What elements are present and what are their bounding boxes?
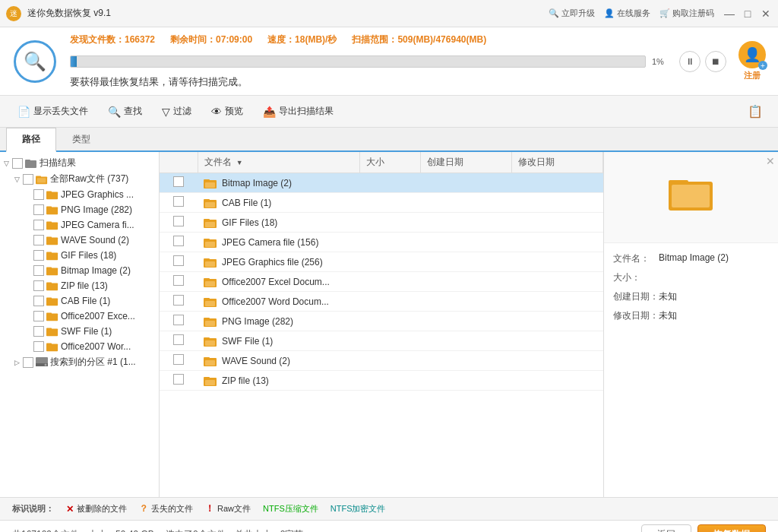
file-folder-icon: [204, 257, 217, 268]
tree-item-bitmap[interactable]: Bitmap Image (2): [0, 263, 159, 278]
tree-item-office-excel[interactable]: Office2007 Exce...: [0, 309, 159, 324]
find-btn[interactable]: 🔍 查找: [100, 100, 150, 122]
tree-checkbox[interactable]: [33, 296, 44, 306]
tree-checkbox[interactable]: [33, 280, 44, 291]
filter-btn[interactable]: ▽ 过滤: [153, 100, 200, 122]
legend-lost: ？ 丢失的文件: [139, 502, 193, 515]
row-checkbox-cell: [160, 371, 198, 391]
table-row[interactable]: JPEG Graphics file (256): [160, 252, 603, 272]
tree-item-office-word[interactable]: Office2007 Wor...: [0, 339, 159, 354]
tree-checkbox[interactable]: [33, 326, 44, 337]
legend-deleted: ✕ 被删除的文件: [66, 503, 127, 515]
table-row[interactable]: PNG Image (282): [160, 312, 603, 331]
back-btn[interactable]: 返回: [641, 524, 691, 532]
tree-checkbox[interactable]: [33, 220, 44, 230]
tree-item-cab[interactable]: CAB File (1): [0, 293, 159, 309]
tree-item-partition[interactable]: ▷ 搜索到的分区 #1 (1...: [0, 354, 159, 370]
tree-checkbox[interactable]: [33, 311, 44, 321]
tree-checkbox[interactable]: [12, 158, 23, 169]
close-btn[interactable]: ✕: [760, 8, 772, 20]
upgrade-btn[interactable]: 🔍 立即升级: [549, 8, 595, 19]
preview-btn[interactable]: 👁 预览: [203, 100, 251, 122]
tree-checkbox[interactable]: [23, 174, 33, 185]
row-checkbox[interactable]: [173, 354, 184, 365]
table-row[interactable]: ZIP file (13): [160, 371, 603, 391]
size-col-header[interactable]: 大小: [360, 152, 421, 173]
tab-path[interactable]: 路径: [6, 128, 56, 152]
table-row[interactable]: Office2007 Excel Docum...: [160, 272, 603, 292]
table-row[interactable]: JPEG Camera file (156): [160, 233, 603, 252]
tree-item-scan-results[interactable]: ▽ 扫描结果: [0, 155, 159, 171]
created-col-header[interactable]: 创建日期: [421, 152, 512, 173]
table-row[interactable]: SWF File (1): [160, 331, 603, 351]
filter-icon: ▽: [162, 106, 170, 118]
stats-area: 发现文件数：166372 剩余时间：07:09:00 速度：18(MB)/秒 扫…: [70, 33, 726, 89]
row-checkbox[interactable]: [173, 315, 184, 325]
register-area[interactable]: 👤 + 注册: [738, 41, 766, 81]
recover-btn[interactable]: 恢复数据: [697, 524, 766, 532]
tree-checkbox[interactable]: [33, 189, 44, 200]
table-row[interactable]: Bitmap Image (2): [160, 173, 603, 193]
minimize-btn[interactable]: —: [723, 8, 735, 20]
stop-btn[interactable]: ⏹: [705, 51, 726, 72]
table-row[interactable]: WAVE Sound (2): [160, 351, 603, 371]
row-size-cell: [360, 312, 421, 331]
tree-item-gif[interactable]: GIF Files (18): [0, 248, 159, 263]
tree-checkbox[interactable]: [33, 204, 44, 215]
row-checkbox[interactable]: [173, 216, 184, 226]
app-title: 迷你免数据恢复 v9.1: [27, 7, 549, 20]
modified-col-header[interactable]: 修改日期: [512, 152, 603, 173]
table-row[interactable]: CAB File (1): [160, 193, 603, 213]
show-lost-files-btn[interactable]: 📄 显示丢失文件: [9, 100, 96, 122]
row-created-cell: [421, 252, 512, 272]
svg-rect-41: [205, 242, 215, 247]
tree-item-zip[interactable]: ZIP file (13): [0, 278, 159, 293]
tree-checkbox[interactable]: [33, 341, 44, 352]
row-modified-cell: [512, 292, 603, 312]
raw-icon: ！: [205, 502, 214, 515]
tree-checkbox[interactable]: [23, 357, 33, 368]
tree-item-jpeg-graphics[interactable]: JPEG Graphics ...: [0, 187, 159, 202]
tree-checkbox[interactable]: [33, 250, 44, 261]
row-checkbox[interactable]: [173, 196, 184, 207]
row-size-cell: [360, 331, 421, 351]
row-checkbox[interactable]: [173, 236, 184, 246]
row-size-cell: [360, 213, 421, 233]
pause-btn[interactable]: ⏸: [679, 51, 701, 72]
close-preview-btn[interactable]: ✕: [766, 155, 775, 167]
detail-modified-row: 修改日期： 未知: [613, 309, 769, 322]
progress-fill: [71, 56, 77, 67]
row-checkbox[interactable]: [173, 255, 184, 266]
svg-rect-49: [204, 298, 210, 299]
add-indicator: +: [758, 61, 767, 70]
row-name-cell: PNG Image (282): [198, 312, 360, 331]
folder-sub-icon: [46, 204, 59, 216]
share-btn[interactable]: 📋: [742, 101, 769, 122]
svg-rect-23: [46, 328, 58, 336]
tree-item-swf[interactable]: SWF File (1): [0, 324, 159, 339]
row-checkbox[interactable]: [173, 334, 184, 345]
row-modified-cell: [512, 193, 603, 213]
online-service-btn[interactable]: 👤 在线服务: [604, 8, 650, 19]
register-code-btn[interactable]: 🛒 购取注册码: [659, 8, 714, 19]
tree-checkbox[interactable]: [33, 235, 44, 245]
status-bar: 共167109个文件，大小：59.49 GB。 选中了0个文件，总共大小：0字节…: [0, 520, 778, 532]
table-row[interactable]: GIF Files (18): [160, 213, 603, 233]
tree-item-all-raw[interactable]: ▽ 全部Raw文件 (737): [0, 171, 159, 187]
maximize-btn[interactable]: □: [742, 8, 754, 20]
row-checkbox[interactable]: [173, 176, 184, 187]
tree-item-jpeg-camera[interactable]: JPEG Camera fi...: [0, 217, 159, 233]
tree-item-png[interactable]: PNG Image (282): [0, 202, 159, 217]
export-btn[interactable]: 📤 导出扫描结果: [255, 100, 342, 122]
table-row[interactable]: Office2007 Word Docum...: [160, 292, 603, 312]
stats-row: 发现文件数：166372 剩余时间：07:09:00 速度：18(MB)/秒 扫…: [70, 33, 726, 46]
filename-col-header[interactable]: 文件名 ▼: [198, 152, 360, 173]
tab-type[interactable]: 类型: [56, 128, 106, 150]
row-checkbox[interactable]: [173, 374, 184, 385]
row-filename: ZIP file (13): [222, 375, 269, 386]
svg-rect-53: [205, 321, 215, 326]
tree-item-wave-sound[interactable]: WAVE Sound (2): [0, 233, 159, 248]
row-checkbox[interactable]: [173, 295, 184, 306]
row-checkbox[interactable]: [173, 275, 184, 286]
tree-checkbox[interactable]: [33, 265, 44, 276]
